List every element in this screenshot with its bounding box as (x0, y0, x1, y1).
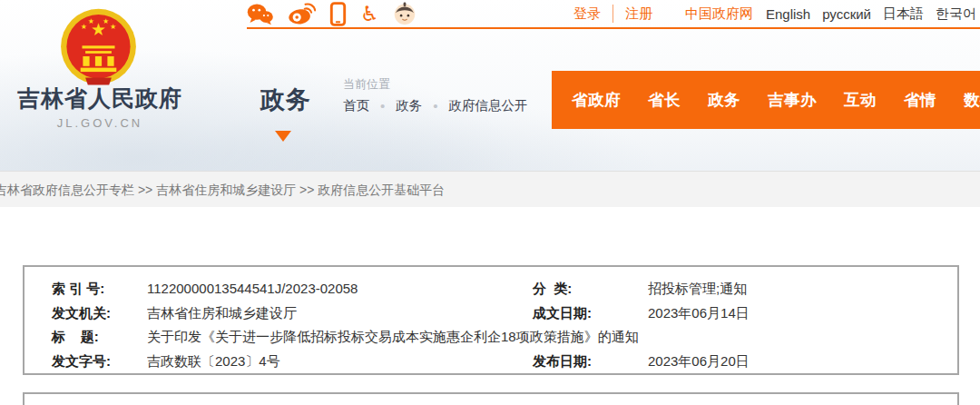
issuing-agency-value: 吉林省住房和城乡建设厅 (147, 301, 533, 326)
index-number-value: 11220000013544541J/2023-02058 (147, 277, 533, 301)
section-zhengwu-label[interactable]: 政务 (260, 84, 311, 116)
breadcrumb-zhengwu[interactable]: 政务 (396, 97, 422, 114)
auth-divider (612, 5, 613, 23)
breadcrumb-home[interactable]: 首页 (343, 97, 369, 114)
category-label: 分 类: (533, 277, 648, 301)
issuing-agency-label: 发文机关: (52, 301, 147, 326)
nav-item-provincial-government[interactable]: 省政府 (572, 89, 621, 111)
svg-text:★: ★ (81, 23, 87, 31)
national-emblem-logo: ★ ★ ★ ★ ★ (56, 7, 141, 89)
nav-item-province-overview[interactable]: 省情 (904, 89, 936, 111)
category-value: 招投标管理;通知 (648, 277, 941, 301)
doc-number-label: 发文字号: (52, 350, 147, 374)
accessibility-icon[interactable]: ♿ (360, 1, 379, 26)
china-gov-link[interactable]: 中国政府网 (685, 5, 753, 23)
date-written-value: 2023年06月14日 (648, 301, 941, 326)
page: ♿ 登录 注册 中国政府网 English русский 日本語 (0, 0, 980, 405)
nav-item-interaction[interactable]: 互动 (844, 89, 877, 111)
svg-text:★: ★ (103, 17, 109, 25)
document-content-box (23, 392, 959, 405)
nav-item-jishiban[interactable]: 吉事办 (768, 89, 817, 111)
auth-links: 登录 注册 (573, 5, 652, 23)
main-navigation: 省政府 省长 政务 吉事办 互动 省情 数据 (552, 71, 980, 129)
title-label: 标 题: (52, 325, 147, 350)
topbar-divider-line (247, 27, 980, 29)
weibo-icon[interactable] (288, 1, 316, 26)
current-location-label: 当前位置 (343, 76, 390, 93)
login-link[interactable]: 登录 (573, 5, 601, 23)
nav-item-zhengwu[interactable]: 政务 (708, 89, 740, 111)
nav-item-governor[interactable]: 省长 (648, 89, 681, 111)
nav-item-data[interactable]: 数据 (964, 89, 980, 111)
lang-russian[interactable]: русский (822, 6, 871, 22)
wechat-icon[interactable] (247, 1, 274, 26)
lang-japanese[interactable]: 日本語 (883, 5, 924, 23)
location-breadcrumb: 首页 • 政务 • 政府信息公开 (343, 97, 528, 114)
child-icon[interactable] (393, 1, 416, 26)
breadcrumb-info-disclosure[interactable]: 政府信息公开 (449, 97, 528, 114)
svg-text:★: ★ (88, 17, 94, 25)
section-caret-icon[interactable] (275, 131, 291, 142)
breadcrumb-dot: • (380, 98, 385, 114)
index-number-label: 索 引 号: (52, 277, 147, 301)
date-published-label: 发布日期: (533, 350, 648, 374)
lang-english[interactable]: English (766, 6, 810, 22)
date-published-value: 2023年06月20日 (648, 350, 941, 374)
top-utility-bar: ♿ 登录 注册 中国政府网 English русский 日本語 (247, 0, 980, 27)
date-written-label: 成文日期: (533, 301, 648, 326)
document-meta-table: 索 引 号: 11220000013544541J/2023-02058 分 类… (24, 267, 957, 373)
social-icon-row: ♿ (247, 1, 416, 26)
document-meta-box: 索 引 号: 11220000013544541J/2023-02058 分 类… (23, 265, 959, 375)
register-link[interactable]: 注册 (625, 5, 652, 23)
breadcrumb-dot: • (433, 98, 437, 114)
info-disclosure-breadcrumb[interactable]: 吉林省政府信息公开专栏 >> 吉林省住房和城乡建设厅 >> 政府信息公开基础平台 (0, 183, 445, 199)
site-domain: JL.GOV.CN (11, 116, 189, 130)
svg-text:★: ★ (110, 23, 116, 31)
doc-number-value: 吉政数联〔2023〕4号 (147, 350, 533, 374)
title-value: 关于印发《关于进一步降低招标投标交易成本实施惠企利企18项政策措施》的通知 (147, 325, 941, 350)
mobile-icon[interactable] (329, 1, 347, 26)
info-disclosure-breadcrumb-strip: 吉林省政府信息公开专栏 >> 吉林省住房和城乡建设厅 >> 政府信息公开基础平台 (0, 171, 980, 207)
site-title: 吉林省人民政府 (11, 84, 189, 114)
language-links: English русский 日本語 한국어 (766, 5, 980, 23)
lang-korean[interactable]: 한국어 (936, 5, 976, 23)
